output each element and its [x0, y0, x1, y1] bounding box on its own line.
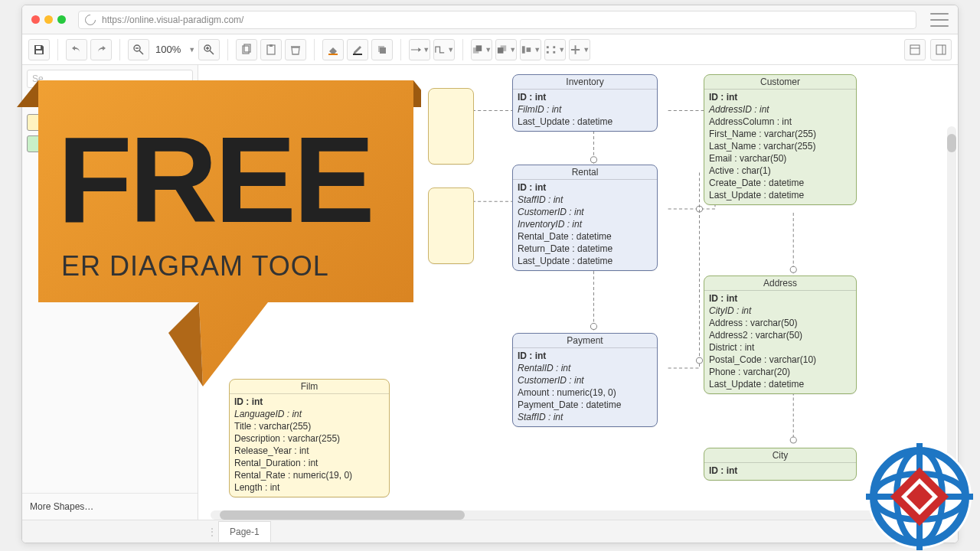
canvas[interactable]: InventoryID : intFilmID : intLast_Update… — [198, 65, 958, 520]
sidebar-section[interactable]: ▾ En — [22, 93, 198, 109]
entity-field: Address : varchar(50) — [709, 317, 851, 329]
entity-field: StaffID : int — [518, 411, 652, 423]
svg-rect-20 — [476, 45, 482, 51]
menu-icon[interactable] — [930, 13, 949, 27]
drag-handle-icon[interactable]: ⋮ — [206, 520, 218, 543]
waypoint-style-button[interactable]: ▼ — [433, 39, 455, 60]
entity-shape-thumb-alt[interactable] — [27, 135, 51, 152]
page-tab-bar: ⋮ Page-1 — [22, 520, 958, 543]
zoom-level[interactable]: 100% — [152, 44, 184, 55]
entity-partial[interactable] — [428, 187, 474, 264]
copy-button[interactable] — [236, 39, 257, 60]
maximize-icon[interactable] — [57, 15, 66, 24]
browser-bar: https://online.visual-paradigm.com/ — [22, 5, 958, 34]
search-shapes-input[interactable]: Se — [27, 70, 193, 88]
delete-button[interactable] — [285, 39, 306, 60]
entity-city[interactable]: CityID : int — [704, 448, 857, 481]
svg-rect-1 — [36, 51, 42, 54]
paste-button[interactable] — [260, 39, 282, 60]
to-front-button[interactable]: ▼ — [471, 39, 492, 60]
more-shapes-link[interactable]: More Shapes… — [22, 493, 198, 520]
svg-point-36 — [590, 324, 596, 330]
distribute-button[interactable]: ▼ — [544, 39, 566, 60]
format-panel-button[interactable] — [930, 39, 952, 60]
entity-field: Title : varchar(255) — [234, 420, 384, 432]
entity-field: First_Name : varchar(255) — [709, 128, 851, 140]
svg-point-39 — [696, 206, 702, 212]
entity-partial[interactable] — [428, 88, 474, 165]
page-tab[interactable]: Page-1 — [218, 521, 271, 542]
entity-title: Inventory — [513, 75, 657, 90]
to-back-button[interactable]: ▼ — [495, 39, 517, 60]
entity-film[interactable]: FilmID : intLanguageID : intTitle : varc… — [229, 379, 390, 497]
close-icon[interactable] — [31, 15, 40, 24]
entity-field: FilmID : int — [518, 103, 652, 116]
url-text: https://online.visual-paradigm.com/ — [102, 15, 243, 25]
entity-field: CustomerID : int — [518, 206, 652, 218]
entity-field: Last_Update : datetime — [709, 189, 851, 201]
entity-inventory[interactable]: InventoryID : intFilmID : intLast_Update… — [512, 74, 658, 132]
entity-field: Description : varchar(255) — [234, 432, 384, 445]
svg-line-3 — [139, 51, 143, 54]
svg-rect-22 — [498, 47, 504, 54]
entity-title: City — [704, 448, 856, 463]
outline-panel-button[interactable] — [904, 39, 926, 60]
entity-field: ID : int — [709, 292, 851, 305]
entity-title: Address — [704, 276, 856, 291]
shadow-button[interactable] — [371, 39, 393, 60]
align-button[interactable]: ▼ — [520, 39, 541, 60]
entity-customer[interactable]: CustomerID : intAddressID : intAddressCo… — [704, 74, 857, 205]
zoom-out-button[interactable] — [128, 39, 149, 60]
svg-rect-25 — [547, 46, 549, 48]
entity-field: Last_Update : datetime — [518, 255, 652, 267]
reload-icon[interactable] — [83, 12, 98, 28]
entity-rental[interactable]: RentalID : intStaffID : intCustomerID : … — [512, 165, 658, 271]
entity-title: Customer — [704, 75, 856, 90]
vertical-scrollbar[interactable] — [947, 126, 956, 489]
svg-point-38 — [790, 266, 796, 272]
connector-style-button[interactable]: ▼ — [409, 39, 430, 60]
entity-title: Rental — [513, 165, 657, 180]
entity-field: AddressID : int — [709, 103, 851, 116]
minimize-icon[interactable] — [44, 15, 53, 24]
entity-field: AddressColumn : int — [709, 116, 851, 128]
entity-field: ID : int — [234, 396, 384, 408]
shapes-palette — [22, 109, 198, 157]
svg-point-35 — [590, 157, 596, 163]
chevron-down-icon[interactable]: ▼ — [188, 46, 195, 54]
svg-rect-0 — [36, 46, 41, 49]
svg-point-40 — [696, 357, 702, 364]
entity-field: Postal_Code : varchar(10) — [709, 354, 851, 366]
svg-rect-14 — [328, 54, 338, 55]
entity-payment[interactable]: PaymentID : intRentalID : intCustomerID … — [512, 333, 658, 427]
entity-field: Last_Update : datetime — [518, 116, 652, 128]
entity-field: ID : int — [709, 465, 851, 477]
undo-button[interactable] — [66, 39, 87, 60]
horizontal-scrollbar[interactable] — [211, 510, 950, 520]
fill-color-button[interactable] — [322, 39, 344, 60]
entity-title: Payment — [513, 334, 657, 348]
url-bar[interactable]: https://online.visual-paradigm.com/ — [78, 11, 916, 29]
entity-field: Create_Date : datetime — [709, 177, 851, 189]
svg-rect-24 — [527, 47, 531, 52]
entity-field: CustomerID : int — [518, 374, 652, 386]
svg-rect-12 — [270, 44, 273, 47]
redo-button[interactable] — [90, 39, 112, 60]
entity-field: ID : int — [518, 350, 652, 362]
add-button[interactable]: ▼ — [569, 39, 590, 60]
entity-field: District : int — [709, 341, 851, 354]
entity-field: Length : int — [234, 481, 384, 494]
svg-rect-17 — [380, 47, 386, 54]
entity-field: InventoryID : int — [518, 218, 652, 230]
line-color-button[interactable] — [347, 39, 368, 60]
zoom-in-button[interactable] — [198, 39, 220, 60]
toolbar: 100%▼ ▼ ▼ ▼ ▼ ▼ ▼ ▼ — [22, 34, 958, 65]
entity-field: Active : char(1) — [709, 165, 851, 177]
entity-address[interactable]: AddressID : intCityID : intAddress : var… — [704, 276, 857, 394]
save-button[interactable] — [28, 39, 50, 60]
svg-rect-33 — [936, 45, 946, 54]
entity-shape-thumb[interactable] — [27, 114, 51, 131]
app-window: https://online.visual-paradigm.com/ 100%… — [21, 5, 959, 543]
svg-rect-27 — [554, 46, 556, 48]
svg-rect-31 — [910, 45, 920, 54]
